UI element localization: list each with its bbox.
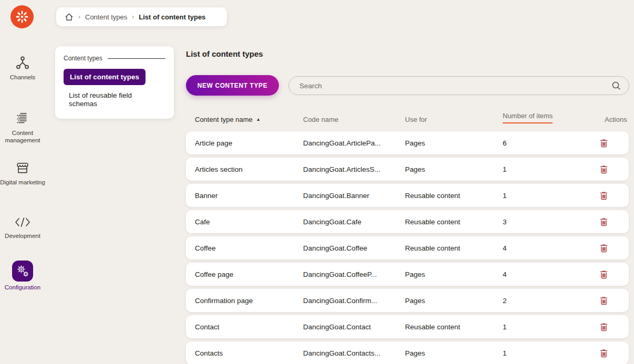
panel-title: Content types [64, 55, 102, 62]
column-header-content-type-name[interactable]: Content type name ▲ [186, 116, 294, 123]
trash-icon [600, 323, 608, 331]
delete-button[interactable] [598, 320, 610, 334]
column-header-code-name[interactable]: Code name [294, 116, 396, 123]
sidebar-item-configuration[interactable]: Configuration [0, 261, 45, 292]
cell-actions [596, 320, 628, 334]
cell-actions [596, 189, 628, 202]
sidebar-item-development[interactable]: Development [0, 215, 45, 240]
cell-actions [596, 137, 628, 150]
sidebar-item-label: Configuration [0, 284, 45, 292]
breadcrumb-separator: › [78, 13, 80, 20]
app-sidebar: Channels Content management Digit [0, 0, 45, 364]
breadcrumb: › Content types › List of content types [56, 7, 227, 26]
panel-item-list-of-reusable-field-schemas[interactable]: List of reusable field schemas [69, 91, 148, 108]
cell-use-for: Reusable content [396, 192, 494, 200]
cell-actions [596, 294, 628, 307]
table-row[interactable]: Article page DancingGoat.ArticlePa... Pa… [186, 131, 629, 154]
cell-code-name: DancingGoat.ArticlePa... [294, 139, 396, 147]
kentico-logo[interactable] [11, 5, 34, 28]
share-nodes-icon [0, 56, 45, 70]
cell-number-of-items: 3 [494, 218, 596, 226]
trash-icon [600, 270, 608, 279]
cell-code-name: DancingGoat.Coffee [294, 244, 396, 252]
sort-asc-icon: ▲ [256, 117, 261, 122]
delete-button[interactable] [598, 137, 610, 150]
home-icon[interactable] [65, 13, 74, 22]
cell-actions [596, 268, 628, 281]
cell-use-for: Reusable content [396, 244, 494, 252]
table-row[interactable]: Contact DancingGoat.Contact Reusable con… [186, 315, 629, 338]
column-header-number-of-items[interactable]: Number of items [494, 112, 596, 123]
table-body: Article page DancingGoat.ArticlePa... Pa… [186, 131, 629, 364]
trash-icon [600, 349, 608, 358]
cell-code-name: DancingGoat.Cafe [294, 218, 396, 226]
table-row[interactable]: Articles section DancingGoat.ArticlesS..… [186, 158, 629, 181]
sidebar-item-digital-marketing[interactable]: Digital marketing [0, 161, 45, 186]
column-header-use-for[interactable]: Use for [396, 116, 494, 123]
content-list-icon [0, 111, 45, 126]
trash-icon [600, 217, 608, 226]
trash-icon [600, 244, 608, 253]
trash-icon [600, 296, 608, 305]
table-row[interactable]: Banner DancingGoat.Banner Reusable conte… [186, 184, 629, 207]
cell-use-for: Pages [396, 271, 494, 278]
new-content-type-button[interactable]: NEW CONTENT TYPE [186, 75, 279, 96]
cell-content-type-name: Banner [186, 192, 294, 200]
table-row[interactable]: Coffee DancingGoat.Coffee Reusable conte… [186, 236, 629, 259]
gears-icon [16, 264, 29, 278]
delete-button[interactable] [598, 189, 610, 202]
cell-number-of-items: 1 [494, 192, 596, 200]
cell-content-type-name: Contact [186, 323, 294, 331]
cell-number-of-items: 2 [494, 297, 596, 305]
delete-button[interactable] [598, 294, 610, 307]
table-row[interactable]: Confirmation page DancingGoat.Confirm...… [186, 289, 629, 312]
search-icon[interactable] [611, 80, 621, 91]
cell-content-type-name: Coffee page [186, 271, 294, 278]
panel-title-rule [108, 58, 165, 59]
cell-number-of-items: 4 [494, 244, 596, 252]
column-header-label: Number of items [503, 112, 553, 123]
content-types-panel: Content types List of content types List… [55, 46, 174, 119]
delete-button[interactable] [598, 242, 610, 255]
panel-item-list-of-content-types[interactable]: List of content types [64, 69, 145, 85]
cell-code-name: DancingGoat.ArticlesS... [294, 165, 396, 173]
search-bar [288, 76, 629, 95]
column-header-label: Actions [605, 116, 627, 123]
cell-code-name: DancingGoat.Contact [294, 323, 396, 331]
cell-content-type-name: Article page [186, 139, 294, 147]
delete-button[interactable] [598, 268, 610, 281]
sidebar-item-channels[interactable]: Channels [0, 56, 45, 81]
table-row[interactable]: Cafe DancingGoat.Cafe Reusable content 3 [186, 210, 629, 233]
sidebar-item-content-management[interactable]: Content management [0, 111, 45, 144]
cell-use-for: Pages [396, 297, 494, 305]
column-header-actions: Actions [596, 116, 628, 123]
column-header-label: Use for [405, 116, 427, 123]
breadcrumb-current: List of content types [139, 13, 205, 21]
cell-actions [596, 215, 628, 228]
sidebar-item-label: Digital marketing [0, 179, 45, 186]
cell-actions [596, 347, 628, 360]
panel-title-row: Content types [64, 55, 165, 62]
cell-use-for: Pages [396, 165, 494, 173]
breadcrumb-item[interactable]: Content types [85, 13, 127, 21]
cell-number-of-items: 1 [494, 323, 596, 331]
cell-content-type-name: Articles section [186, 165, 294, 173]
breadcrumb-separator: › [132, 13, 134, 20]
delete-button[interactable] [598, 163, 610, 176]
delete-button[interactable] [598, 347, 610, 360]
cell-use-for: Pages [396, 349, 494, 357]
cell-content-type-name: Cafe [186, 218, 294, 226]
cell-code-name: DancingGoat.Banner [294, 192, 396, 200]
code-icon [0, 215, 45, 229]
table-row[interactable]: Contacts DancingGoat.Contacts... Pages 1 [186, 341, 629, 364]
cell-number-of-items: 1 [494, 349, 596, 357]
delete-button[interactable] [598, 215, 610, 228]
page-title: List of content types [186, 49, 263, 58]
cell-code-name: DancingGoat.Confirm... [294, 297, 396, 305]
sidebar-item-label: Development [0, 233, 45, 240]
search-input[interactable] [299, 82, 611, 90]
storefront-icon [0, 161, 45, 175]
table-row[interactable]: Coffee page DancingGoat.CoffeeP... Pages… [186, 263, 629, 286]
cell-content-type-name: Contacts [186, 349, 294, 357]
table-header: Content type name ▲ Code name Use for Nu… [186, 112, 629, 123]
